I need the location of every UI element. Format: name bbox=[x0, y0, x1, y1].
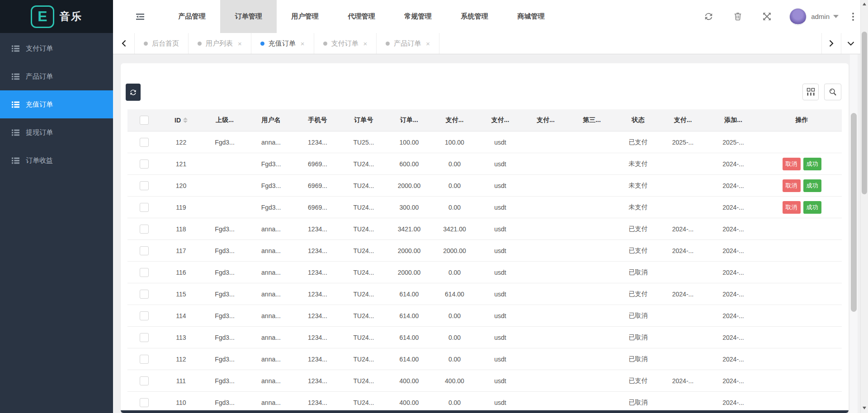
content-scrollbar-thumb[interactable] bbox=[851, 113, 857, 312]
tabs-scroll-left-icon[interactable] bbox=[113, 33, 135, 54]
confirm-success-button[interactable]: 成功 bbox=[803, 179, 821, 192]
sort-icon[interactable] bbox=[183, 117, 188, 123]
cell-third bbox=[568, 240, 615, 262]
refresh-icon[interactable] bbox=[704, 12, 713, 21]
row-checkbox[interactable] bbox=[140, 398, 149, 407]
select-all-checkbox[interactable] bbox=[140, 116, 149, 125]
row-checkbox[interactable] bbox=[140, 225, 149, 234]
cell-username: anna... bbox=[248, 240, 294, 262]
cell-pay_amount: 0.00 bbox=[432, 348, 477, 370]
cell-add_time: 2024-... bbox=[705, 305, 762, 327]
cell-order_no: TU24... bbox=[341, 153, 387, 175]
nav-item-0[interactable]: 产品管理 bbox=[164, 0, 220, 33]
cell-order_amount: 2000.00 bbox=[387, 240, 432, 262]
cell-add_time: 2024-... bbox=[705, 262, 762, 283]
tabs-dropdown-icon[interactable] bbox=[841, 33, 860, 54]
trash-icon[interactable] bbox=[734, 12, 742, 21]
cell-parent: Fgd3... bbox=[202, 218, 248, 240]
row-checkbox[interactable] bbox=[140, 311, 149, 320]
cell-parent bbox=[202, 175, 248, 197]
row-checkbox[interactable] bbox=[140, 268, 149, 277]
sidebar-item-0[interactable]: 支付订单 bbox=[0, 34, 113, 62]
cell-phone: 1234... bbox=[294, 327, 341, 348]
cell-third bbox=[568, 327, 615, 348]
sidebar-item-3[interactable]: 提现订单 bbox=[0, 118, 113, 146]
row-checkbox[interactable] bbox=[140, 203, 149, 212]
cell-pay_type: usdt bbox=[477, 131, 523, 153]
tab-3[interactable]: 支付订单× bbox=[314, 33, 377, 54]
tab-close-icon[interactable]: × bbox=[426, 40, 430, 47]
nav-item-1[interactable]: 订单管理 bbox=[220, 0, 277, 33]
nav-item-5[interactable]: 系统管理 bbox=[446, 0, 503, 33]
cell-cb bbox=[127, 175, 160, 197]
cell-pay_no bbox=[523, 262, 568, 283]
chevron-down-icon[interactable] bbox=[833, 15, 839, 18]
cell-pay_time: 2024-... bbox=[661, 370, 705, 392]
nav-item-4[interactable]: 常规管理 bbox=[390, 0, 446, 33]
confirm-success-button[interactable]: 成功 bbox=[803, 158, 821, 170]
browser-scrollbar[interactable] bbox=[860, 0, 868, 413]
cell-add_time: 2024-... bbox=[705, 327, 762, 348]
row-checkbox[interactable] bbox=[140, 181, 149, 190]
cell-status: 未支付 bbox=[615, 175, 661, 197]
username-label[interactable]: admin bbox=[811, 13, 830, 20]
fullscreen-icon[interactable] bbox=[763, 12, 771, 21]
tabs-scroll-right-icon[interactable] bbox=[821, 33, 841, 54]
cancel-order-button[interactable]: 取消 bbox=[783, 201, 801, 214]
cell-op: 取消成功 bbox=[762, 175, 842, 197]
scroll-up-icon[interactable] bbox=[863, 3, 866, 5]
list-icon bbox=[12, 129, 19, 136]
cell-pay_type: usdt bbox=[477, 153, 523, 175]
content-scrollbar[interactable] bbox=[850, 54, 858, 413]
sortable-header[interactable]: ID bbox=[175, 117, 188, 124]
cell-id: 114 bbox=[160, 305, 202, 327]
row-checkbox[interactable] bbox=[140, 160, 149, 169]
cancel-order-button[interactable]: 取消 bbox=[783, 179, 801, 192]
nav-item-2[interactable]: 用户管理 bbox=[277, 0, 333, 33]
sidebar-item-1[interactable]: 产品订单 bbox=[0, 62, 113, 90]
tab-dot-icon bbox=[198, 42, 202, 46]
toggle-search-button[interactable] bbox=[824, 84, 841, 100]
tab-close-icon[interactable]: × bbox=[238, 40, 242, 47]
row-checkbox[interactable] bbox=[140, 290, 149, 299]
cell-add_time: 2025-... bbox=[705, 131, 762, 153]
sidebar-item-2[interactable]: 充值订单 bbox=[0, 90, 113, 118]
tab-1[interactable]: 用户列表× bbox=[189, 33, 251, 54]
cancel-order-button[interactable]: 取消 bbox=[783, 158, 801, 170]
row-checkbox[interactable] bbox=[140, 376, 149, 385]
cell-order_no: TU24... bbox=[341, 327, 387, 348]
row-checkbox[interactable] bbox=[140, 138, 149, 147]
cell-order_no: TU24... bbox=[341, 197, 387, 218]
col-header-phone: 手机号 bbox=[294, 109, 341, 131]
nav-item-3[interactable]: 代理管理 bbox=[333, 0, 390, 33]
sidebar-collapse-icon[interactable] bbox=[136, 13, 145, 21]
tab-2[interactable]: 充值订单× bbox=[251, 33, 314, 54]
tab-close-icon[interactable]: × bbox=[301, 40, 305, 47]
browser-scrollbar-thumb[interactable] bbox=[862, 32, 867, 194]
cell-pay_time: 2024-... bbox=[661, 240, 705, 262]
row-checkbox[interactable] bbox=[140, 246, 149, 255]
sidebar-item-4[interactable]: 订单收益 bbox=[0, 146, 113, 174]
col-header-pay_type: 支付... bbox=[477, 109, 523, 131]
table-refresh-button[interactable] bbox=[126, 84, 141, 101]
row-checkbox[interactable] bbox=[140, 355, 149, 364]
col-header-label: ID bbox=[175, 117, 181, 124]
tab-dot-icon bbox=[323, 42, 327, 46]
user-avatar[interactable] bbox=[789, 8, 807, 25]
row-checkbox[interactable] bbox=[140, 333, 149, 342]
col-header-username: 用户名 bbox=[248, 109, 294, 131]
list-icon bbox=[12, 101, 19, 108]
cell-third bbox=[568, 283, 615, 305]
cell-order_amount: 614.00 bbox=[387, 305, 432, 327]
toggle-columns-button[interactable] bbox=[802, 84, 819, 100]
scroll-down-icon[interactable] bbox=[863, 407, 866, 409]
cell-status: 已取消 bbox=[615, 327, 661, 348]
confirm-success-button[interactable]: 成功 bbox=[803, 201, 821, 214]
more-options-icon[interactable] bbox=[852, 13, 854, 21]
cell-parent: Fgd3... bbox=[202, 327, 248, 348]
nav-item-6[interactable]: 商城管理 bbox=[503, 0, 559, 33]
tab-4[interactable]: 产品订单× bbox=[377, 33, 439, 54]
tab-0[interactable]: 后台首页 bbox=[135, 33, 189, 54]
tab-close-icon[interactable]: × bbox=[363, 40, 368, 47]
cell-cb bbox=[127, 348, 160, 370]
